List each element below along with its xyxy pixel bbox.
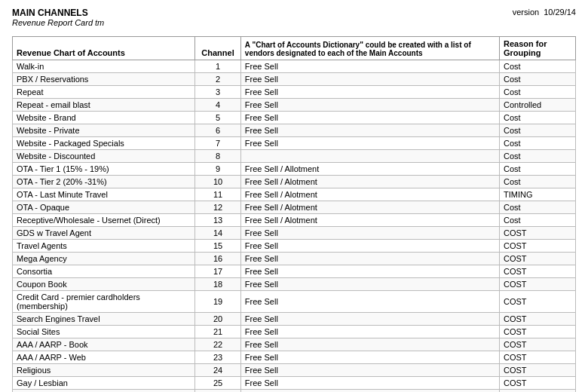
- table-row: Website - Brand5Free SellCost: [13, 112, 576, 124]
- cell-account: Walk-in: [13, 60, 195, 73]
- cell-reason: COST: [500, 227, 576, 240]
- cell-account: OTA - Opaque: [13, 201, 195, 214]
- cell-channel: 6: [195, 124, 241, 137]
- cell-description: Free Sell: [240, 265, 499, 278]
- cell-reason: Cost: [500, 86, 576, 99]
- page: MAIN CHANNELS Revenue Report Card tm ver…: [0, 0, 588, 392]
- cell-channel: 21: [195, 326, 241, 338]
- cell-reason: COST: [500, 313, 576, 326]
- table-row: AAA / AARP - Book22Free SellCOST: [13, 338, 576, 351]
- cell-channel: 16: [195, 253, 241, 265]
- revenue-table: Revenue Chart of Accounts Channel A "Cha…: [12, 36, 576, 392]
- cell-channel: 24: [195, 364, 241, 377]
- cell-description: Free Sell / Alotment: [240, 214, 499, 227]
- cell-channel: 20: [195, 313, 241, 326]
- cell-account: AAA / AARP - Book: [13, 338, 195, 351]
- cell-account: GDS w Travel Agent: [13, 227, 195, 240]
- table-body: Walk-in1Free SellCostPBX / Reservations2…: [13, 60, 576, 393]
- cell-description: Free Sell: [240, 291, 499, 313]
- cell-channel: 11: [195, 188, 241, 201]
- cell-channel: 4: [195, 99, 241, 112]
- cell-description: Free Sell / Alotment: [240, 201, 499, 214]
- cell-reason: Cost: [500, 176, 576, 188]
- cell-channel: 26: [195, 390, 241, 393]
- cell-description: Free Sell: [240, 278, 499, 291]
- cell-account: AAA / AARP - Web: [13, 351, 195, 364]
- cell-channel: 25: [195, 377, 241, 390]
- cell-reason: Cost: [500, 124, 576, 137]
- cell-reason: COST: [500, 240, 576, 253]
- table-row: Gay / Lesbian25Free SellCOST: [13, 377, 576, 390]
- cell-reason: Cost: [500, 163, 576, 176]
- cell-channel: 15: [195, 240, 241, 253]
- cell-channel: 14: [195, 227, 241, 240]
- cell-description: Free Sell: [240, 326, 499, 338]
- table-row: Coupon Book18Free SellCOST: [13, 278, 576, 291]
- table-row: PBX / Reservations2Free SellCost: [13, 73, 576, 86]
- col-header-channel: Channel: [195, 37, 241, 60]
- table-row: OTA - Opaque12Free Sell / AlotmentCost: [13, 201, 576, 214]
- cell-account: OTA - Last Minute Travel: [13, 188, 195, 201]
- table-row: OTA - Tier 2 (20% -31%)10Free Sell / Alo…: [13, 176, 576, 188]
- table-row: Religious24Free SellCOST: [13, 364, 576, 377]
- version-value: 10/29/14: [544, 8, 576, 33]
- cell-reason: Cost: [500, 137, 576, 150]
- table-row: Travel Agents15Free SellCOST: [13, 240, 576, 253]
- cell-description: [240, 150, 499, 163]
- cell-channel: 23: [195, 351, 241, 364]
- table-row: Repeat - email blast4Free SellControlled: [13, 99, 576, 112]
- cell-channel: 1: [195, 60, 241, 73]
- table-row: Mega Agency16Free SellCOST: [13, 253, 576, 265]
- table-row: Search Engines Travel20Free SellCOST: [13, 313, 576, 326]
- cell-reason: TIMING: [500, 188, 576, 201]
- table-row: Receptive/Wholesale - Usernet (Direct)13…: [13, 214, 576, 227]
- table-row: Repeat3Free SellCost: [13, 86, 576, 99]
- cell-account: Repeat - email blast: [13, 99, 195, 112]
- cell-description: Free Sell: [240, 253, 499, 265]
- cell-description: Free Sell: [240, 137, 499, 150]
- cell-channel: 18: [195, 278, 241, 291]
- cell-reason: COST: [500, 278, 576, 291]
- table-row: Consortia17Free SellCOST: [13, 265, 576, 278]
- table-row: Corporate - Tier 126ContractCOST: [13, 390, 576, 393]
- cell-account: Website - Discounted: [13, 150, 195, 163]
- cell-channel: 19: [195, 291, 241, 313]
- cell-account: Travel Agents: [13, 240, 195, 253]
- cell-channel: 8: [195, 150, 241, 163]
- cell-account: Receptive/Wholesale - Usernet (Direct): [13, 214, 195, 227]
- cell-reason: Cost: [500, 73, 576, 86]
- cell-description: Free Sell: [240, 60, 499, 73]
- cell-reason: COST: [500, 377, 576, 390]
- col-header-reason: Reason for Grouping: [500, 37, 576, 60]
- cell-channel: 9: [195, 163, 241, 176]
- cell-channel: 12: [195, 201, 241, 214]
- table-row: Website - Discounted8Cost: [13, 150, 576, 163]
- cell-description: Free Sell: [240, 240, 499, 253]
- cell-description: Free Sell: [240, 364, 499, 377]
- cell-description: Free Sell: [240, 86, 499, 99]
- cell-description: Contract: [240, 390, 499, 393]
- cell-account: Website - Packaged Specials: [13, 137, 195, 150]
- cell-reason: Controlled: [500, 99, 576, 112]
- cell-channel: 3: [195, 86, 241, 99]
- cell-account: Credit Card - premier cardholders (membe…: [13, 291, 195, 313]
- cell-reason: COST: [500, 364, 576, 377]
- cell-reason: Cost: [500, 214, 576, 227]
- cell-channel: 5: [195, 112, 241, 124]
- cell-reason: Cost: [500, 60, 576, 73]
- cell-account: OTA - Tier 2 (20% -31%): [13, 176, 195, 188]
- cell-channel: 13: [195, 214, 241, 227]
- cell-description: Free Sell / Alotment: [240, 188, 499, 201]
- cell-description: Free Sell: [240, 112, 499, 124]
- cell-account: Corporate - Tier 1: [13, 390, 195, 393]
- cell-account: Religious: [13, 364, 195, 377]
- version-info: version 10/29/14: [513, 8, 576, 33]
- cell-reason: Cost: [500, 201, 576, 214]
- table-header-row: Revenue Chart of Accounts Channel A "Cha…: [13, 37, 576, 60]
- version-label: version: [513, 8, 539, 33]
- cell-account: Consortia: [13, 265, 195, 278]
- cell-reason: COST: [500, 265, 576, 278]
- cell-reason: COST: [500, 390, 576, 393]
- cell-channel: 17: [195, 265, 241, 278]
- cell-channel: 2: [195, 73, 241, 86]
